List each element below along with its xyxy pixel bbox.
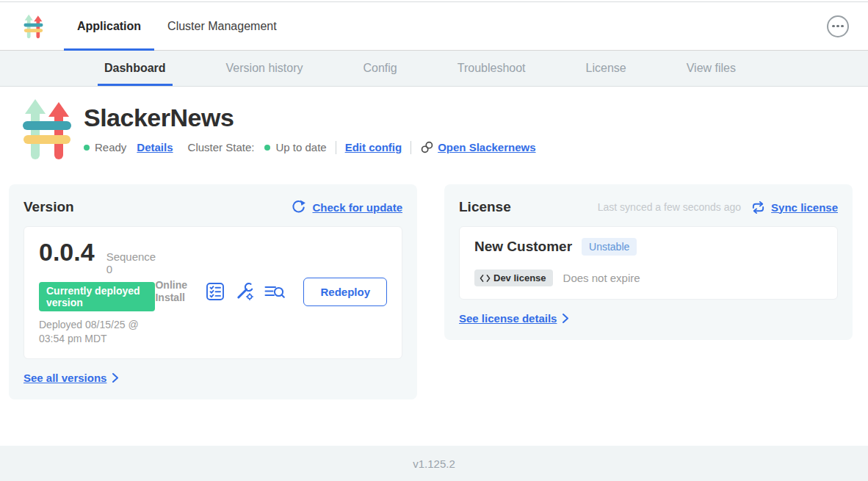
redeploy-button[interactable]: Redeploy xyxy=(303,278,387,306)
app-hero: SlackerNews Ready Details Cluster State:… xyxy=(0,87,868,164)
status-details-link[interactable]: Details xyxy=(137,141,173,153)
app-status-row: Ready Details Cluster State: Up to date … xyxy=(84,140,536,154)
cluster-state-label: Cluster State: xyxy=(188,141,255,153)
dashboard-cards: Version Check for update 0.0.4 Sequence … xyxy=(0,164,868,399)
subnav-item-license[interactable]: License xyxy=(584,51,629,86)
chevron-right-icon xyxy=(562,313,569,324)
refresh-icon xyxy=(291,200,306,215)
app-logo-icon xyxy=(23,14,43,39)
ready-status-dot-icon xyxy=(84,145,90,151)
license-card: License Last synced a few seconds ago Sy… xyxy=(444,184,853,340)
chevron-right-icon xyxy=(112,372,119,383)
license-info-panel: New Customer Unstable Dev license Does n… xyxy=(459,226,838,300)
tab-cluster-management-label: Cluster Management xyxy=(167,20,277,33)
edit-config-icon[interactable] xyxy=(235,282,254,301)
console-version: v1.125.2 xyxy=(413,458,455,470)
page-footer: v1.125.2 xyxy=(0,446,868,481)
last-synced-text: Last synced a few seconds ago xyxy=(598,201,741,213)
page-title: SlackerNews xyxy=(84,104,536,132)
channel-badge: Unstable xyxy=(582,238,637,256)
license-expiration: Does not expire xyxy=(563,272,640,284)
deployed-status-badge: Currently deployed version xyxy=(39,282,155,311)
cluster-status-dot-icon xyxy=(264,145,270,151)
deployed-timestamp: Deployed 08/15/25 @ 03:54 pm MDT xyxy=(39,318,155,346)
version-card: Version Check for update 0.0.4 Sequence … xyxy=(9,184,417,399)
current-version-panel: 0.0.4 Sequence 0 Currently deployed vers… xyxy=(23,226,402,359)
license-card-title: License xyxy=(459,199,511,215)
divider xyxy=(411,141,411,154)
app-subnav: Dashboard Version history Config Trouble… xyxy=(0,51,868,87)
version-number: 0.0.4 xyxy=(39,238,95,267)
sync-icon xyxy=(751,200,765,214)
preflight-checks-icon[interactable] xyxy=(206,282,225,301)
check-for-update-link[interactable]: Check for update xyxy=(312,201,402,214)
subnav-item-dashboard[interactable]: Dashboard xyxy=(102,51,168,86)
subnav-item-version-history[interactable]: Version history xyxy=(224,51,305,86)
see-all-versions-link[interactable]: See all versions xyxy=(23,372,119,384)
license-type-badge: Dev license xyxy=(474,270,553,286)
customer-name: New Customer xyxy=(474,239,572,255)
ellipsis-icon xyxy=(832,25,835,28)
version-card-title: Version xyxy=(23,199,74,215)
open-app-link[interactable]: Open Slackernews xyxy=(420,140,535,154)
tab-application[interactable]: Application xyxy=(64,2,154,50)
chain-link-icon xyxy=(420,140,434,154)
view-logs-icon[interactable] xyxy=(264,283,285,300)
tab-application-label: Application xyxy=(77,20,141,33)
sync-license-link[interactable]: Sync license xyxy=(771,201,838,214)
divider xyxy=(336,141,336,154)
main-header: Application Cluster Management xyxy=(0,2,868,51)
app-logo-large-icon xyxy=(22,98,72,164)
top-nav: Application Cluster Management xyxy=(64,2,290,50)
install-type-label: Online Install xyxy=(155,279,195,305)
more-menu-button[interactable] xyxy=(827,15,849,37)
sequence-label: Sequence 0 xyxy=(106,250,156,275)
app-status-text: Ready xyxy=(95,141,126,153)
see-license-details-link[interactable]: See license details xyxy=(459,312,569,325)
cluster-state-value: Up to date xyxy=(275,141,326,153)
edit-config-link[interactable]: Edit config xyxy=(345,141,402,153)
subnav-item-troubleshoot[interactable]: Troubleshoot xyxy=(455,51,528,86)
subnav-item-config[interactable]: Config xyxy=(361,51,399,86)
code-brackets-icon xyxy=(480,274,491,283)
tab-cluster-management[interactable]: Cluster Management xyxy=(154,2,290,50)
subnav-item-view-files[interactable]: View files xyxy=(684,51,738,86)
